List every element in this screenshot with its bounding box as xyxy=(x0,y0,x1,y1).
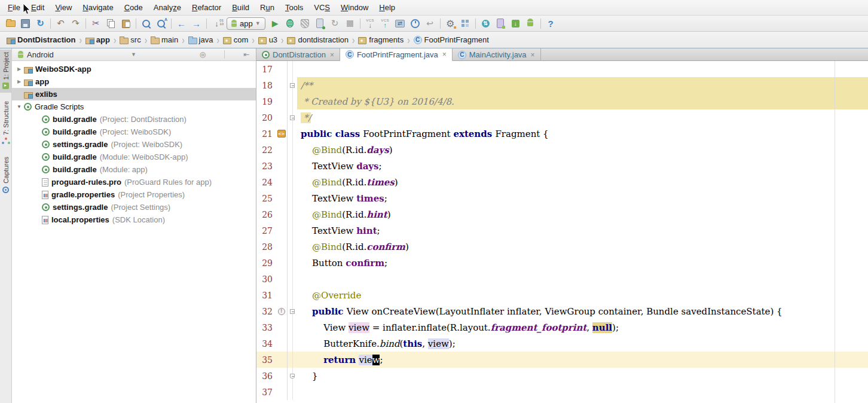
close-icon[interactable]: × xyxy=(442,50,447,59)
menu-vcs[interactable]: VCS xyxy=(308,0,335,15)
tab-mainactivity-java[interactable]: CMainActivity.java× xyxy=(453,48,541,61)
related-file-icon[interactable]: <> xyxy=(277,130,286,138)
code-line-text[interactable]: /** xyxy=(297,77,868,93)
sdk-manager-icon[interactable] xyxy=(508,17,523,30)
code-line-text[interactable]: return view; xyxy=(297,352,868,368)
local-history-icon[interactable] xyxy=(408,17,423,30)
coverage-icon[interactable] xyxy=(298,17,313,30)
breadcrumb-item-com[interactable]: com xyxy=(221,35,250,44)
replace-icon[interactable]: A xyxy=(154,17,169,30)
help-icon[interactable]: ? xyxy=(543,17,558,30)
menu-code[interactable]: Code xyxy=(119,0,148,15)
vcs-commit-icon[interactable]: VCS↑ xyxy=(378,17,393,30)
sync-icon[interactable]: ↻ xyxy=(33,17,48,30)
attach-debugger-icon[interactable] xyxy=(313,17,328,30)
run-icon[interactable]: ▶ xyxy=(268,17,283,30)
fold-marker-icon[interactable] xyxy=(290,115,295,120)
sort-lines-icon[interactable]: ↓01 10 xyxy=(209,17,224,30)
code-line-text[interactable]: TextView times; xyxy=(297,190,868,206)
code-line-text[interactable]: TextView days; xyxy=(297,158,868,174)
code-line-text[interactable]: @Bind(R.id.times) xyxy=(297,174,868,190)
tab-dontdistraction[interactable]: DontDistraction× xyxy=(256,48,340,61)
tree-item-proguard-rules-pro-9[interactable]: proguard-rules.pro(ProGuard Rules for ap… xyxy=(12,176,256,188)
settings-gear-icon[interactable] xyxy=(228,50,238,59)
rollback-icon[interactable]: ↩ xyxy=(423,17,438,30)
undo-icon[interactable]: ↶ xyxy=(53,17,68,30)
redo-icon[interactable]: ↷ xyxy=(68,17,83,30)
menu-window[interactable]: Window xyxy=(335,0,374,15)
code-area[interactable]: 1718/**19 * Created by ${U3} on 2016/4/8… xyxy=(256,61,868,403)
menu-navigate[interactable]: Navigate xyxy=(77,0,118,15)
menu-help[interactable]: Help xyxy=(374,0,401,15)
code-line-text[interactable]: Button confirm; xyxy=(297,255,868,271)
menu-tools[interactable]: Tools xyxy=(280,0,308,15)
code-line-text[interactable] xyxy=(297,384,868,400)
menu-run[interactable]: Run xyxy=(255,0,280,15)
code-line-text[interactable]: } xyxy=(297,368,868,384)
tree-item-gradle-properties-10[interactable]: gradle.properties(Project Properties) xyxy=(12,188,256,201)
stop-icon[interactable] xyxy=(343,17,357,30)
menu-build[interactable]: Build xyxy=(227,0,255,15)
paste-icon[interactable] xyxy=(118,17,133,30)
code-line-text[interactable]: TextView hint; xyxy=(297,222,868,239)
restart-icon[interactable]: ↻ xyxy=(328,17,343,30)
expand-arrow-icon[interactable]: ▶ xyxy=(16,66,23,72)
vcs-integrate-icon[interactable] xyxy=(393,17,408,30)
save-icon[interactable] xyxy=(18,17,33,30)
close-icon[interactable]: × xyxy=(330,51,334,59)
menu-analyze[interactable]: Analyze xyxy=(148,0,187,15)
code-line-text[interactable]: @Bind(R.id.hint) xyxy=(297,206,868,222)
expand-arrow-icon[interactable]: ▶ xyxy=(16,79,23,84)
cut-icon[interactable]: ✂ xyxy=(88,17,103,30)
tab-footprintfragment-java[interactable]: CFootPrintFragment.java× xyxy=(340,48,453,61)
tree-item-weibosdk-app-0[interactable]: ▶WeiboSDK-app xyxy=(12,63,256,75)
locate-icon[interactable]: ◎ xyxy=(198,50,207,59)
collapse-all-icon[interactable] xyxy=(211,50,221,59)
breadcrumb-item-dontdistraction[interactable]: dontdistraction xyxy=(285,35,350,44)
code-line-text[interactable]: @Bind(R.id.confirm) xyxy=(297,239,868,255)
run-configuration-selector[interactable]: app▼ xyxy=(227,17,265,30)
tree-item-build-gradle-5[interactable]: build.gradle(Project: WeiboSDK) xyxy=(12,126,256,138)
close-icon[interactable]: × xyxy=(531,51,535,59)
tool-stripe-1-project[interactable]: 1: Project xyxy=(0,50,12,93)
avd-manager-icon[interactable] xyxy=(493,17,508,30)
breadcrumb-item-dontdistraction[interactable]: DontDistraction xyxy=(5,35,78,44)
open-icon[interactable] xyxy=(3,17,18,30)
expand-arrow-icon[interactable]: ▼ xyxy=(16,104,23,109)
vcs-update-icon[interactable]: VCS↓ xyxy=(363,17,378,30)
tree-item-app-1[interactable]: ▶app xyxy=(12,75,256,88)
tree-item-settings-gradle-6[interactable]: settings.gradle(Project: WeiboSDK) xyxy=(12,138,256,151)
hide-panel-icon[interactable]: ⇤ xyxy=(242,50,251,59)
find-icon[interactable] xyxy=(139,17,154,30)
code-line-text[interactable]: @Bind(R.id.days) xyxy=(297,142,868,158)
code-line-text[interactable]: public View onCreateView(LayoutInflater … xyxy=(297,303,868,319)
code-line-text[interactable] xyxy=(297,271,868,287)
breadcrumb-item-main[interactable]: main xyxy=(149,35,180,44)
tool-stripe-captures[interactable]: Captures xyxy=(0,154,12,197)
tree-item-exlibs-2[interactable]: exlibs xyxy=(12,88,256,100)
tool-stripe-7-structure[interactable]: 7: Structure xyxy=(0,99,12,148)
tree-item-build-gradle-8[interactable]: build.gradle(Module: app) xyxy=(12,163,256,176)
debug-icon[interactable] xyxy=(283,17,298,30)
tree-item-build-gradle-7[interactable]: build.gradle(Module: WeiboSDK-app) xyxy=(12,151,256,163)
breadcrumb-item-footprintfragment[interactable]: CFootPrintFragment xyxy=(412,35,491,44)
breadcrumb-item-src[interactable]: src xyxy=(118,35,142,44)
breadcrumb-item-app[interactable]: app xyxy=(84,35,112,44)
override-icon[interactable]: ↑ xyxy=(278,308,285,315)
breadcrumb-item-java[interactable]: java xyxy=(187,35,215,44)
fold-marker-icon[interactable] xyxy=(290,309,295,314)
code-line-text[interactable]: View view = inflater.inflate(R.layout.fr… xyxy=(297,319,868,335)
gradle-sync-icon[interactable] xyxy=(478,17,493,30)
code-line-text[interactable] xyxy=(297,61,868,77)
fold-marker-icon[interactable] xyxy=(290,83,295,88)
tree-item-gradle-scripts-3[interactable]: ▼Gradle Scripts xyxy=(12,100,256,113)
project-structure-icon[interactable] xyxy=(458,17,473,30)
project-view-selector[interactable]: Android ▼ xyxy=(14,48,140,60)
code-line-text[interactable]: ButterKnife.bind(this, view); xyxy=(297,335,868,352)
breadcrumb-item-u3[interactable]: u3 xyxy=(256,35,279,44)
tree-item-local-properties-12[interactable]: local.properties(SDK Location) xyxy=(12,213,256,226)
breadcrumb-item-fragments[interactable]: fragments xyxy=(356,35,405,44)
back-icon[interactable]: ← xyxy=(174,17,189,30)
menu-refactor[interactable]: Refactor xyxy=(187,0,227,15)
settings-icon[interactable]: ⚙ xyxy=(443,17,458,30)
